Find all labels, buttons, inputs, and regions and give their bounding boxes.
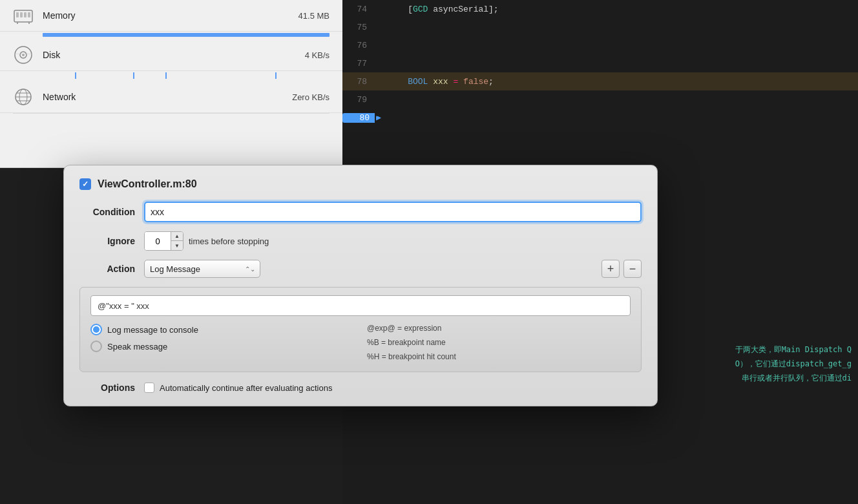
network-icon (13, 87, 34, 107)
action-plus-minus: + − (602, 260, 642, 278)
code-line-75: 75 (342, 18, 858, 36)
line-number-79: 79 (342, 95, 375, 105)
stepper-arrows: ▲ ▼ (171, 232, 183, 250)
system-monitor-panel: Memory 41.5 MB Disk 4 KB/s (0, 0, 342, 168)
code-line-77: 77 (342, 54, 858, 72)
add-action-button[interactable]: + (602, 260, 620, 278)
code-line-80: 80 ▶ (342, 109, 858, 127)
line-content-78: BOOL xxx = false; (375, 77, 494, 87)
network-label: Network (43, 92, 292, 102)
breakpoint-dialog: ViewController.m:80 Condition Ignore ▲ ▼… (63, 165, 658, 406)
condition-input[interactable] (144, 202, 642, 222)
ignore-controls: ▲ ▼ times before stopping (144, 231, 269, 251)
radio-speak-message[interactable]: Speak message (90, 341, 354, 352)
stepper-up-button[interactable]: ▲ (171, 232, 183, 241)
svg-rect-1 (16, 12, 19, 17)
svg-rect-6 (28, 22, 30, 24)
radio-log-console-label: Log message to console (107, 325, 198, 335)
svg-rect-5 (17, 22, 18, 24)
radio-options: Log message to console Speak message @ex… (90, 324, 631, 361)
auto-continue-checkbox[interactable] (144, 383, 154, 393)
memory-bar (43, 33, 330, 37)
auto-continue-label: Automatically continue after evaluating … (160, 383, 332, 393)
action-body: Log message to console Speak message @ex… (79, 287, 642, 372)
network-value: Zero KB/s (292, 92, 330, 102)
disk-row: Disk 4 KB/s (0, 39, 342, 71)
line-number-78: 78 (342, 77, 375, 87)
hint-breakpoint-name: %B = breakpoint name (367, 338, 631, 347)
right-comment-dispatch: 于两大类，即Main Dispatch Q O），它们通过dispatch_ge… (735, 342, 852, 385)
condition-label: Condition (79, 207, 144, 217)
log-message-input[interactable] (90, 295, 631, 316)
radio-column: Log message to console Speak message (90, 324, 354, 361)
radio-log-console[interactable]: Log message to console (90, 324, 354, 335)
line-content-74: [GCD asyncSerial]; (375, 5, 499, 14)
network-row: Network Zero KB/s (0, 81, 342, 113)
line-number-80: 80 (342, 113, 375, 123)
options-row: Options Automatically continue after eva… (79, 383, 642, 393)
options-label: Options (79, 383, 144, 393)
hint-hit-count: %H = breakpoint hit count (367, 352, 631, 361)
hint-column: @exp@ = expression %B = breakpoint name … (354, 324, 631, 361)
code-line-74: 74 [GCD asyncSerial]; (342, 0, 858, 18)
radio-log-console-button[interactable] (90, 324, 102, 335)
condition-row: Condition (79, 202, 642, 222)
disk-icon (13, 45, 34, 65)
memory-label: Memory (43, 10, 298, 21)
svg-rect-2 (20, 12, 23, 17)
disk-label: Disk (43, 50, 305, 60)
disk-value: 4 KB/s (305, 50, 330, 60)
svg-rect-4 (28, 12, 30, 17)
memory-value: 41.5 MB (298, 11, 330, 21)
line-number-74: 74 (342, 5, 375, 14)
code-line-79: 79 (342, 90, 858, 109)
ignore-label: Ignore (79, 236, 144, 246)
remove-action-button[interactable]: − (623, 260, 642, 278)
svg-rect-10 (15, 54, 32, 54)
breakpoint-enabled-checkbox[interactable] (79, 178, 91, 190)
memory-icon (13, 5, 34, 26)
radio-speak-message-label: Speak message (107, 342, 167, 352)
ignore-value-input[interactable] (145, 232, 171, 250)
dialog-title-row: ViewController.m:80 (79, 178, 642, 190)
action-select[interactable]: Log Message Debugger Command Shell Comma… (144, 260, 260, 278)
line-number-75: 75 (342, 23, 375, 32)
ignore-stepper[interactable]: ▲ ▼ (144, 231, 183, 251)
code-line-76: 76 (342, 36, 858, 54)
code-line-78: 78 BOOL xxx = false; (342, 72, 858, 90)
ignore-row: Ignore ▲ ▼ times before stopping (79, 231, 642, 251)
action-label: Action (79, 264, 144, 274)
action-row: Action Log Message Debugger Command Shel… (79, 260, 642, 278)
dialog-title: ViewController.m:80 (98, 178, 197, 190)
disk-bar (43, 72, 330, 79)
times-label: times before stopping (189, 236, 269, 246)
radio-speak-message-button[interactable] (90, 341, 102, 352)
line-number-76: 76 (342, 41, 375, 50)
stepper-down-button[interactable]: ▼ (171, 241, 183, 250)
hint-expression: @exp@ = expression (367, 324, 631, 333)
line-number-77: 77 (342, 59, 375, 68)
memory-row: Memory 41.5 MB (0, 0, 342, 32)
svg-rect-3 (24, 12, 26, 17)
action-select-wrapper[interactable]: Log Message Debugger Command Shell Comma… (144, 260, 260, 278)
